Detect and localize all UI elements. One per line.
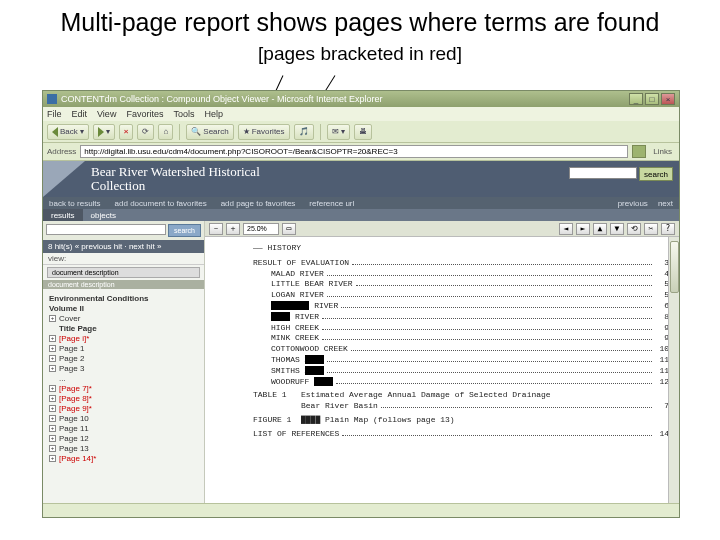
tree-item-label: Page 3	[59, 364, 84, 373]
left-search-input[interactable]	[46, 224, 166, 235]
doc-page-num: 11	[655, 366, 669, 377]
menu-favorites[interactable]: Favorites	[126, 109, 163, 119]
mail-button[interactable]: ✉ ▾	[327, 124, 350, 140]
expand-icon[interactable]: +	[49, 355, 56, 362]
back-to-results-link[interactable]: back to results	[49, 199, 101, 208]
expand-icon[interactable]: +	[49, 365, 56, 372]
tree-item[interactable]: +Page 11	[49, 423, 202, 433]
menu-help[interactable]: Help	[204, 109, 223, 119]
zoom-level[interactable]: 25.0%	[243, 223, 279, 235]
tree-item-label: Page 1	[59, 344, 84, 353]
expand-icon[interactable]: +	[49, 455, 56, 462]
tree-item-label: [Page 14]*	[59, 454, 96, 463]
doc-page-num: 5	[655, 290, 669, 301]
tree-item[interactable]: +[Page 9]*	[49, 403, 202, 413]
previous-link[interactable]: previous	[618, 199, 648, 208]
menu-file[interactable]: File	[47, 109, 62, 119]
media-button[interactable]: 🎵	[294, 124, 314, 140]
clip-button[interactable]: ✂	[644, 223, 658, 235]
add-page-favorites-link[interactable]: add page to favorites	[221, 199, 296, 208]
expand-icon[interactable]: +	[49, 315, 56, 322]
address-input[interactable]	[80, 145, 628, 158]
arrow-left-icon	[52, 127, 58, 137]
tree-item-label: Cover	[59, 314, 80, 323]
leader-dots	[327, 366, 652, 373]
tree-item[interactable]: +Page 10	[49, 413, 202, 423]
minimize-button[interactable]: _	[629, 93, 643, 105]
pan-down-button[interactable]: ▼	[610, 223, 624, 235]
banner-search-input[interactable]	[569, 167, 637, 179]
search-button[interactable]: 🔍 Search	[186, 124, 233, 140]
favorites-button[interactable]: ★ Favorites	[238, 124, 290, 140]
scrollbar-vertical[interactable]	[668, 237, 679, 517]
view-dropdown[interactable]: document description	[47, 267, 200, 278]
fit-button[interactable]: ▭	[282, 223, 296, 235]
favorites-label: Favorites	[252, 127, 285, 136]
forward-button[interactable]: ▾	[93, 124, 115, 140]
maximize-button[interactable]: □	[645, 93, 659, 105]
tab-results[interactable]: results	[43, 209, 83, 221]
tree-item[interactable]: +Page 12	[49, 433, 202, 443]
rotate-button[interactable]: ⟲	[627, 223, 641, 235]
tree-item[interactable]: Title Page	[49, 323, 202, 333]
reference-url-link[interactable]: reference url	[309, 199, 354, 208]
expand-icon[interactable]: +	[49, 405, 56, 412]
doc-page-num: 10	[655, 344, 669, 355]
expand-icon[interactable]: +	[49, 335, 56, 342]
back-button[interactable]: Back ▾	[47, 124, 89, 140]
expand-icon[interactable]: +	[49, 395, 56, 402]
expand-icon[interactable]: +	[49, 435, 56, 442]
tree-item[interactable]: +Page 2	[49, 353, 202, 363]
tab-objects[interactable]: objects	[83, 211, 124, 220]
tree-item[interactable]: ...	[49, 373, 202, 383]
tree-item[interactable]: +Cover	[49, 313, 202, 323]
banner-search-button[interactable]: search	[639, 167, 673, 181]
leader-dots	[336, 377, 652, 384]
tree-item-label: Page 11	[59, 424, 89, 433]
links-label[interactable]: Links	[650, 147, 675, 156]
address-label: Address	[47, 147, 76, 156]
zoom-in-button[interactable]: ＋	[226, 223, 240, 235]
menu-edit[interactable]: Edit	[72, 109, 88, 119]
left-search-bar: search	[43, 221, 204, 240]
tree-item[interactable]: +Page 1	[49, 343, 202, 353]
expand-icon[interactable]: +	[49, 385, 56, 392]
left-search-button[interactable]: search	[168, 224, 201, 237]
help-button[interactable]: ?	[661, 223, 675, 235]
menu-view[interactable]: View	[97, 109, 116, 119]
expand-icon[interactable]: +	[49, 445, 56, 452]
next-link[interactable]: next	[658, 199, 673, 208]
doc-page-num: 12	[655, 377, 669, 388]
leader-dots	[322, 312, 652, 319]
doc-page-num: 8	[655, 312, 669, 323]
titlebar: CONTENTdm Collection : Compound Object V…	[43, 91, 679, 107]
close-button[interactable]: ×	[661, 93, 675, 105]
site-title-l2: Collection	[91, 178, 145, 193]
expand-icon[interactable]: +	[49, 345, 56, 352]
pan-right-button[interactable]: ►	[576, 223, 590, 235]
add-doc-favorites-link[interactable]: add document to favorites	[115, 199, 207, 208]
refresh-button[interactable]: ⟳	[137, 124, 154, 140]
pan-left-button[interactable]: ◄	[559, 223, 573, 235]
home-button[interactable]: ⌂	[158, 124, 173, 140]
split-pane: search 8 hit(s) « previous hit · next hi…	[43, 221, 679, 517]
document-page[interactable]: —— HISTORY RESULT OF EVALUATION3 MALAD R…	[205, 237, 679, 446]
doc-page-num: 9	[655, 323, 669, 334]
print-button[interactable]: 🖶	[354, 124, 372, 140]
hits-row: 8 hit(s) « previous hit · next hit »	[43, 240, 204, 253]
tree-item[interactable]: +[Page 14]*	[49, 453, 202, 463]
tree-item[interactable]: +[Page i]*	[49, 333, 202, 343]
back-label: Back	[60, 127, 78, 136]
tree-item[interactable]: +Page 13	[49, 443, 202, 453]
menu-tools[interactable]: Tools	[173, 109, 194, 119]
tree-item[interactable]: +[Page 7]*	[49, 383, 202, 393]
tree-item[interactable]: +Page 3	[49, 363, 202, 373]
stop-button[interactable]: ×	[119, 124, 134, 140]
pan-up-button[interactable]: ▲	[593, 223, 607, 235]
scrollbar-thumb[interactable]	[670, 241, 679, 293]
expand-icon[interactable]: +	[49, 415, 56, 422]
zoom-out-button[interactable]: －	[209, 223, 223, 235]
go-button[interactable]	[632, 145, 646, 158]
expand-icon[interactable]: +	[49, 425, 56, 432]
tree-item[interactable]: +[Page 8]*	[49, 393, 202, 403]
